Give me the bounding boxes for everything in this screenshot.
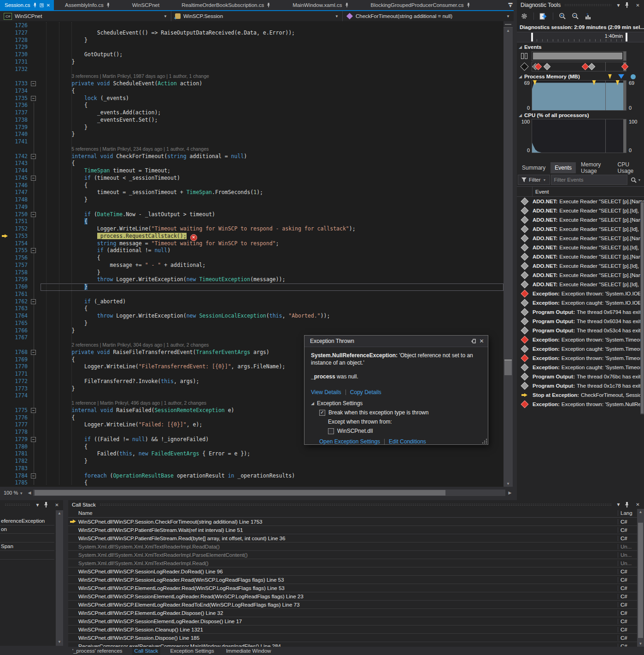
event-row[interactable]: Program Output:The thread 0x53c4 has exi… xyxy=(517,326,644,335)
event-row[interactable]: Exception:Exception thrown: 'System.IO.I… xyxy=(517,289,644,298)
code-line[interactable]: 1784− foreach (OperationResultBase opera… xyxy=(0,472,503,480)
event-row[interactable]: ADO.NET:Execute Reader "SELECT [p].[Name… xyxy=(517,215,644,224)
code-line[interactable]: 1759 throw Logger.WriteException(new Tim… xyxy=(0,276,503,283)
event-row[interactable]: ADO.NET:Execute Reader "SELECT [p].[Id],… xyxy=(517,280,644,289)
fold-margin[interactable]: − xyxy=(28,349,41,356)
panel-header[interactable]: ▼ ✕ xyxy=(0,500,63,509)
settings-gear-icon[interactable] xyxy=(521,12,528,20)
tab-overflow-icon[interactable]: ▬▼ xyxy=(507,1,514,8)
event-row[interactable]: Program Output:The thread 0x6034 has exi… xyxy=(517,317,644,326)
document-tab[interactable]: MainWindow.xaml.cs xyxy=(281,0,359,10)
checkbox-unchecked-icon[interactable] xyxy=(328,428,334,434)
code-line[interactable]: 1747 timeout = _sessionTimeout + TimeSpa… xyxy=(0,189,503,196)
callstack-row[interactable]: WinSCPnet.dll!WinSCP.SessionElementLogRe… xyxy=(68,592,644,601)
code-line[interactable]: 1726 xyxy=(0,22,503,30)
close-icon[interactable]: ✕ xyxy=(478,338,485,344)
checkbox-checked-icon[interactable]: ✓ xyxy=(319,410,325,416)
break-checkbox-row[interactable]: ✓ Break when this exception type is thro… xyxy=(311,409,481,416)
event-row[interactable]: ADO.NET:Execute Reader "SELECT [p].[Name… xyxy=(517,252,644,261)
code-line[interactable]: 1744 TimeSpan timeout = Timeout; xyxy=(0,167,503,175)
event-row[interactable]: ADO.NET:Execute Reader "SELECT [p].[Id],… xyxy=(517,206,644,215)
code-line[interactable]: 1782 } xyxy=(0,458,503,465)
code-line[interactable]: 1756 { xyxy=(0,254,503,262)
value-row[interactable] xyxy=(0,534,54,543)
promote-tab-icon[interactable] xyxy=(40,3,44,7)
value-row[interactable]: on xyxy=(0,525,54,534)
tab-events[interactable]: Events xyxy=(550,162,576,173)
scrollbar-thumb[interactable] xyxy=(641,202,644,413)
cpu-plot[interactable] xyxy=(532,119,626,153)
code-line[interactable]: 1751 { xyxy=(0,218,503,225)
memory-plot[interactable] xyxy=(532,80,626,111)
fold-margin[interactable]: − xyxy=(28,211,41,218)
code-line[interactable]: 1752 Logger.WriteLine("Timeout waiting f… xyxy=(0,225,503,233)
pin-icon[interactable] xyxy=(106,3,110,7)
mini-scrollbar[interactable]: ▲ ▼ xyxy=(56,510,63,646)
value-row[interactable] xyxy=(0,551,54,560)
selection-handle-right[interactable] xyxy=(626,33,627,41)
code-line[interactable]: 1757 message += " - " + additional; xyxy=(0,262,503,269)
scroll-up-icon[interactable]: ▲ xyxy=(56,510,63,516)
edit-conditions-link[interactable]: Edit Conditions xyxy=(389,438,426,445)
code-line[interactable]: 1730 GotOutput(); xyxy=(0,51,503,59)
event-row[interactable]: Exception:Exception thrown: 'System.Time… xyxy=(517,335,644,344)
code-line[interactable]: 1754 string message = "Timeout waiting f… xyxy=(0,240,503,248)
fold-collapse-icon[interactable]: − xyxy=(31,473,36,478)
codelens-row[interactable]: 3 references | Martin Prikryl, 1987 days… xyxy=(0,73,503,80)
tool-tab-call-stack[interactable]: Call Stack xyxy=(132,647,161,655)
fold-collapse-icon[interactable]: − xyxy=(31,176,36,181)
callstack-row[interactable]: WinSCPnet.dll!WinSCP.Session.Dispose() L… xyxy=(68,634,644,642)
filter-events-input[interactable]: Filter Events xyxy=(551,175,628,185)
callstack-row[interactable]: WinSCPnet.dll!WinSCP.ElementLogReader.Di… xyxy=(68,609,644,617)
events-section-header[interactable]: ◢Events xyxy=(517,42,644,51)
selection-handle-left[interactable] xyxy=(531,33,533,41)
pin-icon[interactable] xyxy=(625,2,632,8)
document-tab[interactable]: Session.cs✕ xyxy=(0,0,54,10)
events-chart-icon[interactable]: ? xyxy=(585,13,591,20)
fold-collapse-icon[interactable]: − xyxy=(31,81,36,86)
fold-margin[interactable]: − xyxy=(28,175,41,182)
code-line[interactable]: 1760 } xyxy=(0,283,503,291)
event-row[interactable]: Program Output:The thread 0x1c78 has exi… xyxy=(517,381,644,390)
document-tab[interactable]: RealtimeOrderBookSubscription.cs xyxy=(170,0,281,10)
value-row[interactable]: eferenceException xyxy=(0,517,54,525)
pin-icon[interactable] xyxy=(467,3,470,7)
callstack-row[interactable]: WinSCPnet.dll!WinSCP.SessionLogReader.Re… xyxy=(68,576,644,584)
zoom-selector[interactable]: 100 % ▼ xyxy=(0,490,26,496)
pin-icon[interactable] xyxy=(44,502,51,507)
open-exception-settings-link[interactable]: Open Exception Settings xyxy=(319,438,380,445)
export-icon[interactable] xyxy=(539,13,547,20)
event-row[interactable]: Stop at Exception:CheckForTimeout, Sessi… xyxy=(517,390,644,400)
event-row[interactable]: Program Output:The thread 0x6794 has exi… xyxy=(517,307,644,317)
scrollbar-thumb[interactable] xyxy=(35,490,445,496)
code-line[interactable]: 1746 { xyxy=(0,182,503,189)
filter-button[interactable]: Filter ▼ xyxy=(518,175,550,185)
callstack-scrollbar[interactable]: ▲ ▼ xyxy=(637,509,644,647)
fold-margin[interactable]: − xyxy=(28,153,41,160)
scrollbar-thumb[interactable] xyxy=(638,523,643,638)
event-row[interactable]: ADO.NET:Execute Reader "SELECT [p].[Id],… xyxy=(517,243,644,252)
close-icon[interactable]: ✕ xyxy=(634,502,641,507)
fold-collapse-icon[interactable]: − xyxy=(31,350,36,355)
cpu-section-header[interactable]: ◢CPU (% of all processors) xyxy=(517,111,644,119)
callstack-row[interactable]: WinSCPnet.dll!WinSCP.ElementLogReader.Re… xyxy=(68,584,644,592)
scroll-up-icon[interactable]: ▲ xyxy=(637,509,644,515)
fold-collapse-icon[interactable]: − xyxy=(31,248,36,253)
fold-margin[interactable]: − xyxy=(28,95,41,102)
code-line[interactable]: 1781 Failed(this, new FailedEventArgs { … xyxy=(0,450,503,458)
popup-title-bar[interactable]: Exception Thrown ✕ xyxy=(304,336,488,347)
scroll-up-icon[interactable]: ▲ xyxy=(503,28,513,34)
fold-margin[interactable]: − xyxy=(28,247,41,254)
code-line[interactable]: 1755− if (additional != null) xyxy=(0,247,503,254)
code-line[interactable]: 1735− lock (_events) xyxy=(0,95,503,102)
event-row[interactable]: ADO.NET:Execute Reader "SELECT [p].[Id],… xyxy=(517,224,644,234)
code-line[interactable]: 1783 xyxy=(0,465,503,472)
callstack-row[interactable]: WinSCPnet.dll!WinSCP.SessionElementLogRe… xyxy=(68,617,644,625)
scroll-left-icon[interactable]: ◀ xyxy=(26,490,33,495)
event-row[interactable]: ADO.NET:Execute Reader "SELECT [p].[Name… xyxy=(517,234,644,243)
window-menu-icon[interactable]: ▼ xyxy=(615,502,622,507)
codelens-row[interactable]: 5 references | Martin Prikryl, 234 days … xyxy=(0,146,503,153)
tab-cpu-usage[interactable]: CPU Usage xyxy=(614,162,643,173)
code-line[interactable]: 1728 } xyxy=(0,37,503,44)
event-row[interactable]: Exception:Exception caught: 'System.Time… xyxy=(517,363,644,372)
